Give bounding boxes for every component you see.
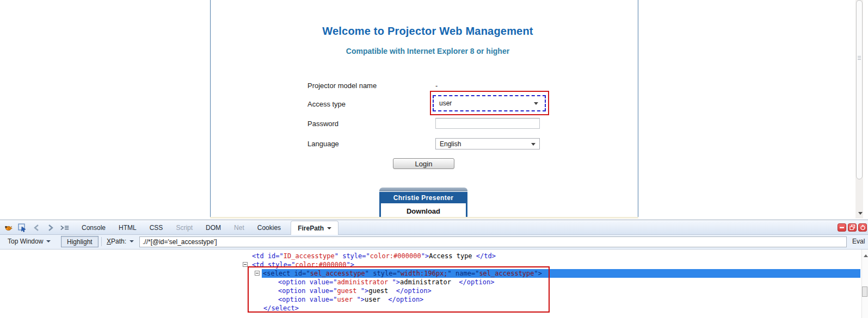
access-type-label: Access type bbox=[307, 100, 346, 108]
firebug-icon-group bbox=[3, 221, 70, 235]
code-token: width:196px; bbox=[401, 270, 448, 277]
code-token: <option value=" bbox=[278, 287, 337, 295]
firebug-menu-icon[interactable] bbox=[3, 223, 13, 233]
chevron-down-icon bbox=[46, 240, 51, 242]
code-scrollbar-thumb[interactable] bbox=[862, 286, 867, 297]
tab-label: FirePath bbox=[298, 225, 324, 232]
back-icon[interactable] bbox=[32, 223, 41, 233]
tab-label: HTML bbox=[119, 224, 137, 232]
code-token: user bbox=[365, 296, 388, 303]
code-token: sel_accesstype bbox=[479, 270, 534, 277]
code-token: color:#000000 bbox=[295, 261, 346, 269]
code-token: "> bbox=[357, 296, 365, 303]
code-token: <td style=" bbox=[252, 261, 295, 269]
chevron-down-icon bbox=[327, 227, 331, 229]
forward-icon[interactable] bbox=[46, 223, 56, 233]
annotation-box-select bbox=[430, 91, 549, 115]
password-label: Password bbox=[307, 120, 338, 128]
firebug-tabs: ConsoleHTMLCSSScriptDOMNetCookiesFirePat… bbox=[75, 221, 338, 235]
tab-console[interactable]: Console bbox=[75, 221, 112, 235]
code-token: guest bbox=[337, 287, 360, 295]
tab-net[interactable]: Net bbox=[227, 221, 251, 235]
highlight-toggle-button[interactable]: Highlight bbox=[61, 236, 99, 247]
context-window-label: Top Window bbox=[8, 238, 43, 245]
code-token: color:#000000 bbox=[370, 252, 421, 260]
minimize-button[interactable] bbox=[838, 223, 846, 232]
code-token: user bbox=[337, 296, 356, 303]
code-line[interactable]: <option value="guest ">guest </option> bbox=[278, 286, 432, 295]
code-token: "> bbox=[421, 252, 429, 260]
presenter-table-header: Christie Presenter bbox=[379, 192, 467, 203]
code-token: "> bbox=[361, 287, 368, 295]
code-token: administrator bbox=[337, 278, 392, 286]
toolbar-divider bbox=[101, 237, 102, 246]
code-token: " style=" bbox=[335, 252, 370, 260]
code-line[interactable]: <option value="user ">user </option> bbox=[278, 295, 423, 304]
code-scrollbar-track[interactable] bbox=[861, 250, 868, 318]
chevron-down-icon bbox=[531, 143, 535, 146]
login-button[interactable]: Login bbox=[393, 158, 454, 169]
code-token: "> bbox=[346, 261, 354, 269]
code-token: <select id=" bbox=[263, 270, 310, 277]
tab-label: CSS bbox=[150, 224, 163, 232]
code-token: </option> bbox=[396, 287, 432, 295]
model-name-value: - bbox=[435, 82, 438, 90]
tab-css[interactable]: CSS bbox=[143, 221, 170, 235]
language-selected-value: English bbox=[440, 140, 461, 148]
tab-dom[interactable]: DOM bbox=[199, 221, 227, 235]
code-scrollbar-up-arrow-icon[interactable] bbox=[864, 254, 868, 257]
code-token: </option> bbox=[388, 296, 423, 303]
xpath-input[interactable] bbox=[139, 236, 847, 247]
code-token: "> bbox=[392, 278, 400, 286]
eval-button[interactable]: Eval bbox=[852, 238, 865, 245]
collapse-toggle-icon[interactable] bbox=[243, 262, 248, 267]
password-input[interactable] bbox=[435, 118, 540, 129]
tab-label: Cookies bbox=[257, 224, 281, 232]
power-off-button[interactable] bbox=[858, 223, 867, 232]
browser-scrollbar-grip bbox=[858, 56, 861, 60]
presenter-table-cap bbox=[379, 188, 467, 191]
download-link[interactable]: Download bbox=[379, 207, 467, 215]
page-subtitle: Compatible with Internet Explorer 8 or h… bbox=[210, 47, 645, 55]
code-token: </td> bbox=[476, 252, 496, 260]
bug-icon bbox=[4, 223, 13, 232]
tab-firepath[interactable]: FirePath bbox=[291, 221, 338, 235]
tab-script[interactable]: Script bbox=[169, 221, 199, 235]
code-token: sel_accesstype bbox=[310, 270, 365, 277]
panel-splitter[interactable] bbox=[0, 219, 868, 220]
browser-scrollbar-thumb[interactable] bbox=[856, 0, 863, 179]
code-token: <option value=" bbox=[278, 296, 337, 303]
code-token: <option value=" bbox=[278, 278, 337, 286]
tab-label: Console bbox=[82, 224, 106, 232]
tab-html[interactable]: HTML bbox=[112, 221, 143, 235]
page-title: Welcome to Projector Web Management bbox=[210, 25, 645, 38]
xpath-mode-selector[interactable]: XPath: bbox=[107, 238, 134, 245]
tab-label: Net bbox=[234, 224, 244, 232]
code-token: "> bbox=[534, 270, 542, 277]
tab-label: DOM bbox=[206, 224, 221, 232]
code-panel: <td id="ID_accesstype" style="color:#000… bbox=[0, 250, 868, 318]
code-line[interactable]: <option value="administrator ">administr… bbox=[278, 278, 494, 286]
code-token: </option> bbox=[459, 278, 494, 286]
screenshot-root: Welcome to Projector Web Management Comp… bbox=[0, 0, 868, 318]
collapse-toggle-icon[interactable] bbox=[255, 271, 260, 276]
code-line[interactable]: <td style="color:#000000"> bbox=[252, 260, 354, 269]
model-name-label: Projector model name bbox=[307, 82, 377, 90]
code-line[interactable]: <td id="ID_accesstype" style="color:#000… bbox=[252, 252, 496, 260]
inspect-element-icon[interactable] bbox=[17, 223, 27, 233]
tab-label: Script bbox=[176, 224, 193, 232]
command-line-icon[interactable] bbox=[60, 223, 70, 233]
xpath-mode-label-rest: Path: bbox=[111, 238, 126, 245]
detach-window-button[interactable] bbox=[848, 223, 857, 232]
context-window-selector[interactable]: Top Window bbox=[8, 238, 51, 245]
code-token: " style=" bbox=[365, 270, 401, 277]
code-line-selected[interactable]: <select id="sel_accesstype" style="width… bbox=[262, 269, 860, 278]
tab-cookies[interactable]: Cookies bbox=[251, 221, 287, 235]
language-select[interactable]: English bbox=[435, 138, 540, 149]
code-line[interactable]: </select> bbox=[263, 304, 299, 313]
firebug-window-buttons bbox=[838, 223, 867, 232]
browser-scrollbar-down-arrow-icon[interactable] bbox=[858, 212, 863, 215]
code-token: <td id=" bbox=[252, 252, 284, 260]
code-token: guest bbox=[368, 287, 396, 295]
chevron-down-icon bbox=[130, 240, 134, 242]
